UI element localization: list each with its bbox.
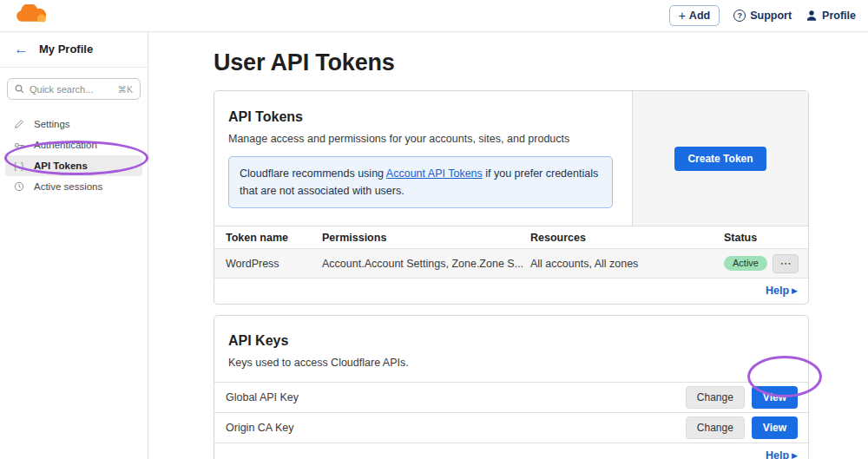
resources-cell: All accounts, All zones	[530, 258, 724, 270]
notice-text-before: Cloudflare recommends using	[240, 167, 386, 180]
sidebar-item-settings[interactable]: Settings	[5, 114, 142, 134]
status-badge: Active	[724, 256, 767, 271]
sidebar-nav: Settings Authentication { } API Tokens	[0, 108, 148, 202]
change-button[interactable]: Change	[686, 416, 745, 439]
search-icon	[15, 84, 24, 94]
help-arrow-icon: ▶	[792, 452, 798, 459]
sidebar-item-api-tokens[interactable]: { } API Tokens	[5, 155, 142, 176]
add-button[interactable]: + Add	[669, 5, 720, 26]
braces-icon: { }	[13, 161, 25, 171]
global-api-key-label: Global API Key	[226, 391, 299, 403]
origin-ca-key-label: Origin CA Key	[226, 422, 294, 434]
api-keys-card-footer: Help ▶	[214, 443, 808, 459]
api-tokens-card-footer: Help ▶	[214, 279, 808, 304]
back-arrow-icon[interactable]: ←	[14, 42, 29, 56]
create-token-panel: Create Token	[632, 91, 808, 226]
pencil-icon	[13, 119, 25, 129]
profile-label: Profile	[822, 10, 856, 22]
api-tokens-description: Manage access and permissions for your a…	[228, 133, 613, 145]
column-header-token-name: Token name	[226, 232, 322, 244]
origin-ca-key-row: Origin CA Key Change View	[214, 412, 808, 443]
view-button[interactable]: View	[752, 386, 798, 409]
api-tokens-card: API Tokens Manage access and permissions…	[214, 90, 809, 305]
add-button-label: Add	[689, 10, 710, 22]
global-api-key-actions: Change View	[686, 386, 798, 409]
search-shortcut: ⌘K	[117, 84, 133, 95]
api-tokens-info: API Tokens Manage access and permissions…	[214, 91, 632, 226]
recommendation-notice: Cloudflare recommends using Account API …	[228, 156, 613, 208]
api-tokens-title: API Tokens	[228, 109, 613, 125]
change-button[interactable]: Change	[686, 386, 745, 409]
permissions-cell: Account.Account Settings, Zone.Zone S...	[322, 258, 530, 270]
account-api-tokens-link[interactable]: Account API Tokens	[386, 167, 483, 180]
api-tokens-card-top: API Tokens Manage access and permissions…	[214, 91, 808, 226]
status-cell: Active ⋯	[724, 254, 808, 273]
api-keys-head: API Keys Keys used to access Cloudflare …	[214, 316, 808, 382]
key-icon	[13, 140, 25, 151]
sidebar-item-label: API Tokens	[34, 161, 88, 171]
plus-icon: +	[679, 10, 686, 22]
help-arrow-icon: ▶	[792, 287, 798, 295]
sidebar-title: My Profile	[39, 43, 93, 56]
view-button[interactable]: View	[752, 416, 798, 439]
help-label: Help	[766, 449, 789, 459]
column-header-resources: Resources	[530, 232, 724, 244]
column-header-status: Status	[724, 232, 808, 244]
origin-ca-key-actions: Change View	[686, 416, 798, 439]
global-api-key-row: Global API Key Change View	[214, 382, 808, 412]
topbar: + Add ? Support Profile	[0, 0, 868, 32]
api-keys-card: API Keys Keys used to access Cloudflare …	[214, 315, 809, 459]
sidebar-item-authentication[interactable]: Authentication	[5, 134, 142, 155]
table-row: WordPress Account.Account Settings, Zone…	[214, 248, 808, 279]
sidebar-header: ← My Profile	[0, 32, 148, 68]
support-label: Support	[750, 10, 792, 22]
api-keys-description: Keys used to access Cloudflare APIs.	[228, 357, 794, 369]
page-title: User API Tokens	[214, 49, 868, 76]
tokens-table-header: Token name Permissions Resources Status	[214, 226, 808, 248]
clock-icon	[13, 181, 25, 192]
main-content: User API Tokens API Tokens Manage access…	[148, 32, 868, 459]
quick-search-box[interactable]: ⌘K	[7, 78, 141, 100]
help-label: Help	[766, 285, 789, 297]
sidebar-item-label: Settings	[34, 119, 70, 129]
row-menu-button[interactable]: ⋯	[773, 254, 799, 273]
sidebar-item-label: Active sessions	[34, 181, 102, 192]
sidebar-item-active-sessions[interactable]: Active sessions	[5, 176, 142, 197]
token-name-cell: WordPress	[226, 258, 322, 270]
cloudflare-logo-icon[interactable]	[14, 4, 50, 27]
sidebar: ← My Profile ⌘K	[0, 32, 148, 459]
cloudflare-profile-page: + Add ? Support Profile ←	[0, 0, 868, 459]
topbar-actions: + Add ? Support Profile	[669, 5, 856, 26]
person-icon	[806, 10, 818, 22]
search-input[interactable]	[30, 84, 112, 95]
support-menu[interactable]: ? Support	[733, 10, 792, 22]
question-circle-icon: ?	[733, 10, 746, 22]
column-header-permissions: Permissions	[322, 232, 530, 244]
api-keys-title: API Keys	[228, 333, 794, 349]
help-link[interactable]: Help ▶	[766, 285, 798, 297]
create-token-button[interactable]: Create Token	[674, 147, 766, 171]
sidebar-item-label: Authentication	[34, 140, 97, 150]
help-link[interactable]: Help ▶	[766, 449, 798, 459]
tokens-table: Token name Permissions Resources Status …	[214, 226, 808, 279]
profile-menu[interactable]: Profile	[806, 10, 856, 22]
